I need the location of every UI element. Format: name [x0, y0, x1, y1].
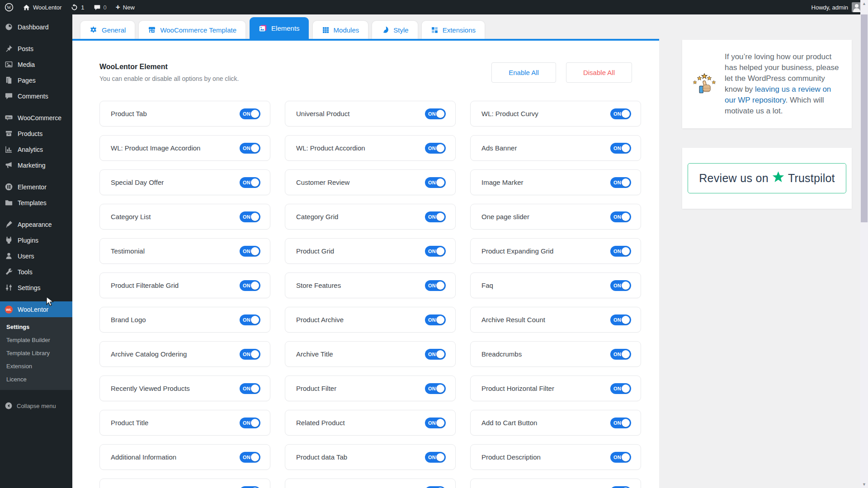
- toggle-one-page-slider[interactable]: ON: [610, 211, 631, 222]
- sidebar-item-analytics[interactable]: Analytics: [0, 141, 72, 157]
- comments-link[interactable]: 0: [89, 0, 111, 14]
- toggle-product-expanding-grid[interactable]: ON: [610, 246, 631, 257]
- toggle-on-label: ON: [243, 111, 250, 117]
- toggle-special-day-offer[interactable]: ON: [240, 177, 260, 188]
- element-label: WL: Product Image Accordion: [111, 144, 200, 152]
- submenu-item-settings[interactable]: Settings: [0, 320, 72, 333]
- toggle-archive-title[interactable]: ON: [425, 349, 446, 360]
- toggle-faq[interactable]: ON: [610, 280, 631, 291]
- toggle-on-label: ON: [613, 214, 621, 220]
- scrollbar-down-arrow-icon[interactable]: ▼: [860, 481, 868, 488]
- toggle-image-marker[interactable]: ON: [610, 177, 631, 188]
- sidebar-item-label: Pages: [18, 77, 36, 84]
- tab-woocommerce-template[interactable]: WooCommerce Template: [139, 21, 245, 39]
- sidebar-item-media[interactable]: Media: [0, 56, 72, 72]
- sidebar-item-elementor[interactable]: Elementor: [0, 179, 72, 195]
- enable-all-button[interactable]: Enable All: [491, 62, 556, 83]
- sidebar-item-woocommerce[interactable]: WooWooCommerce: [0, 110, 72, 126]
- tab-elements[interactable]: Elements: [250, 17, 309, 39]
- new-content-link[interactable]: + New: [111, 0, 139, 14]
- sidebar-item-appearance[interactable]: Appearance: [0, 216, 72, 232]
- submenu-item-template-builder[interactable]: Template Builder: [0, 333, 72, 347]
- toggle-additional-information[interactable]: ON: [240, 452, 260, 463]
- disable-all-button[interactable]: Disable All: [566, 62, 632, 83]
- toggle-related-product[interactable]: ON: [425, 418, 446, 428]
- toggle-category-grid[interactable]: ON: [425, 211, 446, 222]
- toggle-blank[interactable]: ON: [610, 486, 631, 488]
- tab-style[interactable]: Style: [372, 21, 417, 39]
- site-link[interactable]: WooLentor: [18, 0, 66, 14]
- pushpin-icon: [5, 44, 13, 53]
- toggle-testimonial[interactable]: ON: [240, 246, 260, 257]
- tab-general[interactable]: General: [80, 21, 135, 39]
- element-label: Category Grid: [296, 213, 338, 221]
- toggle-on-label: ON: [243, 283, 250, 288]
- toggle-archive-catalog-ordering[interactable]: ON: [240, 349, 260, 360]
- toggle-wl-product-accordion[interactable]: ON: [425, 143, 446, 154]
- sidebar-item-posts[interactable]: Posts: [0, 41, 72, 56]
- toggle-recently-viewed-products[interactable]: ON: [240, 383, 260, 394]
- sidebar-item-pages[interactable]: Pages: [0, 72, 72, 88]
- toggle-brand-logo[interactable]: ON: [240, 314, 260, 325]
- sidebar-item-marketing[interactable]: Marketing: [0, 157, 72, 173]
- toggle-blank[interactable]: ON: [425, 486, 446, 488]
- my-account-link[interactable]: Howdy, admin: [805, 0, 868, 14]
- sidebar-item-plugins[interactable]: Plugins: [0, 232, 72, 248]
- toggle-product-archive[interactable]: ON: [425, 314, 446, 325]
- toggle-category-list[interactable]: ON: [240, 211, 260, 222]
- sidebar-item-products[interactable]: Products: [0, 126, 72, 141]
- element-card-product-tab: Product TabON: [99, 101, 270, 127]
- trustpilot-review-link[interactable]: Review us on Trustpilot: [688, 163, 846, 193]
- toggle-knob: [622, 144, 630, 152]
- comments-icon: [5, 92, 13, 100]
- toggle-product-filterable-grid[interactable]: ON: [240, 280, 260, 291]
- toggle-universal-product[interactable]: ON: [425, 108, 446, 119]
- submenu-item-licence[interactable]: Licence: [0, 373, 72, 386]
- sidebar-item-tools[interactable]: Tools: [0, 264, 72, 280]
- wordpress-menu[interactable]: W: [0, 0, 18, 14]
- element-card-category-list: Category ListON: [99, 204, 270, 230]
- toggle-product-horizontal-filter[interactable]: ON: [610, 383, 631, 394]
- sidebar-item-settings[interactable]: Settings: [0, 280, 72, 296]
- sidebar-item-woolentor[interactable]: WLWooLentor: [0, 301, 72, 317]
- settings-tabs: GeneralWooCommerce TemplateElementsModul…: [72, 14, 659, 39]
- sidebar-item-label: Elementor: [18, 183, 47, 191]
- element-card-wl-product-accordion: WL: Product AccordionON: [285, 135, 456, 161]
- toggle-archive-result-count[interactable]: ON: [610, 314, 631, 325]
- toggle-product-filter[interactable]: ON: [425, 383, 446, 394]
- toggle-blank[interactable]: ON: [240, 486, 260, 488]
- toggle-ads-banner[interactable]: ON: [610, 143, 631, 154]
- updates-link[interactable]: 1: [66, 0, 89, 14]
- element-card-category-grid: Category GridON: [285, 204, 456, 230]
- toggle-on-label: ON: [428, 455, 436, 460]
- submenu-item-extension[interactable]: Extension: [0, 360, 72, 373]
- sidebar-item-dashboard[interactable]: Dashboard: [0, 19, 72, 35]
- scrollbar-up-arrow-icon[interactable]: ▲: [860, 0, 868, 7]
- sidebar-item-label: Products: [18, 130, 42, 137]
- page-scrollbar[interactable]: ▲ ▼: [860, 0, 868, 488]
- toggle-add-to-cart-button[interactable]: ON: [610, 418, 631, 428]
- scrollbar-thumb[interactable]: [861, 14, 868, 222]
- toggle-breadcrumbs[interactable]: ON: [610, 349, 631, 360]
- toggle-product-tab[interactable]: ON: [240, 108, 260, 119]
- tab-modules[interactable]: Modules: [313, 21, 368, 39]
- tab-extensions[interactable]: Extensions: [422, 21, 485, 39]
- toggle-product-grid[interactable]: ON: [425, 246, 446, 257]
- sidebar-item-label: Settings: [18, 284, 41, 291]
- toggle-knob: [622, 247, 630, 255]
- submenu-item-template-library[interactable]: Template Library: [0, 347, 72, 360]
- sidebar-item-templates[interactable]: Templates: [0, 195, 72, 211]
- toggle-customer-review[interactable]: ON: [425, 177, 446, 188]
- toggle-wl-product-curvy[interactable]: ON: [610, 108, 631, 119]
- toggle-wl-product-image-accordion[interactable]: ON: [240, 143, 260, 154]
- sidebar-item-users[interactable]: Users: [0, 248, 72, 264]
- collapse-menu-button[interactable]: Collapse menu: [0, 397, 72, 414]
- woolentor-logo-icon: WL: [5, 305, 13, 314]
- toggle-product-data-tab[interactable]: ON: [425, 452, 446, 463]
- toggle-knob: [436, 247, 444, 255]
- toggle-product-description[interactable]: ON: [610, 452, 631, 463]
- sidebar-item-comments[interactable]: Comments: [0, 88, 72, 104]
- toggle-store-features[interactable]: ON: [425, 280, 446, 291]
- toggle-product-title[interactable]: ON: [240, 418, 260, 428]
- toggle-knob: [436, 350, 444, 358]
